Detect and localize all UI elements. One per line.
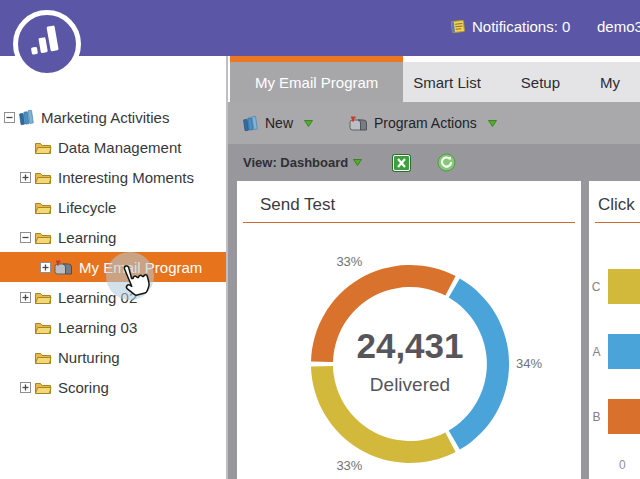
tree-item-learning[interactable]: Learning bbox=[0, 222, 226, 252]
program-actions-label: Program Actions bbox=[374, 115, 477, 131]
excel-icon bbox=[392, 154, 411, 172]
bar-category-label: A bbox=[591, 345, 600, 359]
expand-icon[interactable] bbox=[20, 382, 31, 393]
view-selector[interactable]: View: Dashboard bbox=[243, 155, 348, 170]
bar-c[interactable] bbox=[608, 269, 640, 304]
donut-segment-label: 34% bbox=[516, 356, 542, 371]
bar-row-a: A bbox=[591, 334, 640, 369]
tree-item-nurturing[interactable]: Nurturing bbox=[0, 342, 226, 372]
refresh-icon bbox=[437, 153, 456, 172]
tree-item-marketing-activities[interactable]: Marketing Activities bbox=[0, 102, 226, 132]
inactive-tab-strip: Smart ListSetupMy bbox=[403, 62, 640, 102]
export-excel-button[interactable] bbox=[392, 154, 411, 172]
tree-item-data-management[interactable]: Data Management bbox=[0, 132, 226, 162]
app-header: Notifications: 0 demo3 bbox=[0, 0, 640, 56]
tree-item-label: Data Management bbox=[58, 139, 181, 156]
folder-icon bbox=[34, 170, 52, 185]
tab-my[interactable]: My bbox=[580, 62, 640, 102]
toolbar: New Program Actions bbox=[228, 102, 640, 144]
view-bar: View: Dashboard bbox=[228, 144, 640, 181]
app-window: Notifications: 0 demo3 Marketing Activit… bbox=[0, 0, 640, 479]
tab-smart-list[interactable]: Smart List bbox=[403, 62, 501, 102]
bar-chart-logo-icon bbox=[18, 15, 76, 73]
send-test-panel-title: Send Test bbox=[260, 195, 581, 215]
tree-item-interesting-moments[interactable]: Interesting Moments bbox=[0, 162, 226, 192]
tree-item-lifecycle[interactable]: Lifecycle bbox=[0, 192, 226, 222]
tree-item-learning-02[interactable]: Learning 02 bbox=[0, 282, 226, 312]
mailbox-icon bbox=[54, 260, 73, 275]
notifications-label: Notifications: 0 bbox=[472, 18, 570, 35]
click-panel: Click CAB 0 bbox=[589, 181, 640, 479]
folder-icon bbox=[34, 350, 52, 365]
donut-segment-label: 33% bbox=[336, 254, 362, 269]
folder-icon bbox=[34, 230, 52, 245]
tab-my-email-program[interactable]: My Email Program bbox=[230, 56, 403, 102]
tab-setup[interactable]: Setup bbox=[501, 62, 580, 102]
bar-category-label: C bbox=[591, 280, 600, 294]
marketo-logo[interactable] bbox=[13, 10, 81, 78]
click-bar-chart[interactable]: CAB bbox=[589, 269, 640, 434]
send-test-panel: Send Test 33%34%33%24,431Delivered bbox=[237, 181, 581, 479]
collapse-icon[interactable] bbox=[20, 232, 31, 243]
notifications-button[interactable]: Notifications: 0 bbox=[450, 18, 570, 35]
tree-item-label: Interesting Moments bbox=[58, 169, 194, 186]
delivered-donut-chart[interactable]: 33%34%33%24,431Delivered bbox=[237, 223, 581, 473]
bar-a[interactable] bbox=[608, 334, 640, 369]
collapse-icon[interactable] bbox=[4, 112, 15, 123]
tree-item-label: Scoring bbox=[58, 379, 109, 396]
dropdown-arrow-icon bbox=[488, 120, 497, 127]
bar-b[interactable] bbox=[608, 399, 640, 434]
donut-center-label: Delivered bbox=[370, 374, 450, 395]
folder-icon bbox=[34, 290, 52, 305]
refresh-button[interactable] bbox=[437, 153, 456, 172]
notifications-icon bbox=[450, 19, 466, 34]
tree-item-learning-03[interactable]: Learning 03 bbox=[0, 312, 226, 342]
bar-category-label: B bbox=[591, 410, 600, 424]
bar-axis-zero-label: 0 bbox=[619, 458, 626, 472]
program-actions-icon bbox=[349, 116, 368, 131]
dropdown-arrow-icon bbox=[304, 120, 313, 127]
tree-item-label: Learning 03 bbox=[58, 319, 137, 336]
books-icon bbox=[18, 109, 35, 126]
tree-item-label: Learning bbox=[58, 229, 116, 246]
main-area: My Email ProgramSmart ListSetupMy New Pr… bbox=[228, 56, 640, 479]
folder-icon bbox=[34, 200, 52, 215]
tree-item-label: Nurturing bbox=[58, 349, 120, 366]
tree-item-label: Marketing Activities bbox=[41, 109, 169, 126]
panel-divider bbox=[595, 222, 640, 223]
expand-icon[interactable] bbox=[20, 292, 31, 303]
new-button-label: New bbox=[265, 115, 293, 131]
donut-segment-label: 33% bbox=[336, 458, 362, 473]
program-actions-button[interactable]: Program Actions bbox=[349, 115, 497, 131]
dashboard-content: Send Test 33%34%33%24,431Delivered Click… bbox=[228, 181, 640, 479]
tree-item-scoring[interactable]: Scoring bbox=[0, 372, 226, 402]
donut-center-value: 24,431 bbox=[356, 326, 463, 365]
folder-icon bbox=[34, 320, 52, 335]
bar-row-b: B bbox=[591, 399, 640, 434]
user-menu[interactable]: demo3 bbox=[597, 18, 640, 35]
new-icon bbox=[242, 115, 259, 132]
folder-icon bbox=[34, 140, 52, 155]
tree-item-my-email-program[interactable]: My Email Program bbox=[0, 252, 226, 282]
dropdown-arrow-icon[interactable] bbox=[353, 159, 362, 166]
tab-bar: My Email ProgramSmart ListSetupMy bbox=[228, 56, 640, 102]
folder-icon bbox=[34, 380, 52, 395]
tree-item-label: Lifecycle bbox=[58, 199, 116, 216]
tree-item-label: My Email Program bbox=[79, 259, 202, 276]
expand-icon[interactable] bbox=[20, 172, 31, 183]
tree-item-label: Learning 02 bbox=[58, 289, 137, 306]
expand-icon[interactable] bbox=[40, 262, 51, 273]
click-panel-title: Click bbox=[598, 195, 640, 215]
bar-row-c: C bbox=[591, 269, 640, 304]
navigation-tree: Marketing ActivitiesData ManagementInter… bbox=[0, 56, 228, 479]
new-button[interactable]: New bbox=[242, 115, 313, 132]
